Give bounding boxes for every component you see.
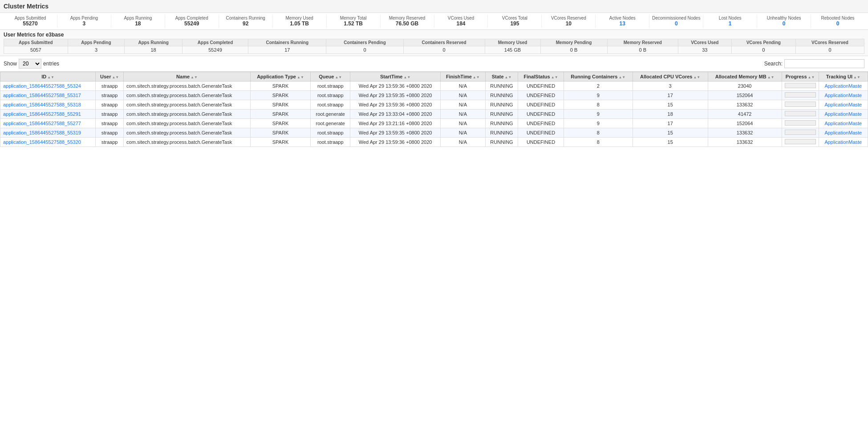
metric-value: 55249 [167,20,217,27]
table-header[interactable]: State▲▼ [485,72,518,81]
sort-icon: ▲▼ [191,75,198,79]
tracking-ui-link[interactable]: ApplicationMaste [824,111,862,117]
tracking-ui-link[interactable]: ApplicationMaste [824,139,862,145]
table-header[interactable]: FinishTime▲▼ [440,72,485,81]
app-name-cell: com.sitech.strategy.process.batch.Genera… [124,100,251,110]
app-id-link[interactable]: application_1586445527588_55320 [3,139,81,145]
table-controls: Show 20 50 100 entries Search: [0,56,868,72]
tracking-ui-link[interactable]: ApplicationMaste [824,102,862,107]
user-metrics-value: 33 [678,46,731,54]
metric-value: 10 [544,20,593,27]
user-metrics-header: VCores Used [678,39,731,46]
app-finishtime-cell: N/A [440,138,485,147]
app-id-link[interactable]: application_1586445527588_55277 [3,121,81,126]
metric-value[interactable]: 1 [705,20,755,27]
app-tracking-ui-cell[interactable]: ApplicationMaste [819,110,868,119]
app-tracking-ui-cell[interactable]: ApplicationMaste [819,81,868,91]
sort-icon: ▲▼ [47,75,54,79]
app-tracking-ui-cell[interactable]: ApplicationMaste [819,100,868,110]
sort-icon: ▲▼ [403,75,410,79]
metric-cell: Rebooted Nodes0 [811,15,864,28]
metric-label: VCores Total [490,16,539,20]
table-header[interactable]: Progress▲▼ [782,72,819,81]
app-id-link[interactable]: application_1586445527588_55324 [3,83,81,89]
user-metrics-header: Apps Submitted [4,39,68,46]
user-metrics-title: User Metrics for e3base [4,32,864,38]
user-metrics-header: Apps Running [125,39,183,46]
table-header[interactable]: Queue▲▼ [311,72,350,81]
app-id-cell[interactable]: application_1586445527588_55317 [0,91,96,100]
app-user-cell: straapp [96,91,124,100]
app-id-link[interactable]: application_1586445527588_55318 [3,102,81,107]
app-id-cell[interactable]: application_1586445527588_55319 [0,128,96,138]
tracking-ui-link[interactable]: ApplicationMaste [824,93,862,98]
metric-label: VCores Used [436,16,486,20]
entries-select[interactable]: 20 50 100 [19,59,41,69]
app-id-link[interactable]: application_1586445527588_55291 [3,111,81,117]
metric-cell: Memory Reserved76.50 GB [381,15,434,28]
app-allocated-memory-cell: 152064 [708,119,782,128]
metric-value[interactable]: 0 [813,20,863,27]
app-queue-cell: root.straapp [311,128,350,138]
metric-value[interactable]: 0 [651,20,701,27]
app-running-containers-cell: 8 [564,100,633,110]
app-id-link[interactable]: application_1586445527588_55317 [3,93,81,98]
user-metrics-header: Memory Pending [540,39,607,46]
table-row: application_1586445527588_55320straappco… [0,138,868,147]
metric-cell: Apps Completed55249 [165,15,219,28]
tracking-ui-link[interactable]: ApplicationMaste [824,83,862,89]
app-name-cell: com.sitech.strategy.process.batch.Genera… [124,110,251,119]
tracking-ui-link[interactable]: ApplicationMaste [824,130,862,135]
app-tracking-ui-cell[interactable]: ApplicationMaste [819,91,868,100]
app-starttime-cell: Wed Apr 29 13:59:35 +0800 2020 [350,91,440,100]
app-finalstatus-cell: UNDEFINED [518,91,564,100]
tracking-ui-link[interactable]: ApplicationMaste [824,121,862,126]
metric-value[interactable]: 0 [759,20,809,27]
app-name-cell: com.sitech.strategy.process.batch.Genera… [124,91,251,100]
metric-value[interactable]: 13 [597,20,647,27]
progress-bar-outer [785,102,816,107]
app-queue-cell: root.straapp [311,100,350,110]
app-id-cell[interactable]: application_1586445527588_55318 [0,100,96,110]
table-header[interactable]: Application Type▲▼ [250,72,310,81]
progress-bar-outer [785,83,816,88]
app-id-cell[interactable]: application_1586445527588_55320 [0,138,96,147]
table-header[interactable]: User▲▼ [96,72,124,81]
app-id-cell[interactable]: application_1586445527588_55291 [0,110,96,119]
table-header[interactable]: ID▲▼ [0,72,96,81]
app-state-cell: RUNNING [485,91,518,100]
table-header[interactable]: StartTime▲▼ [350,72,440,81]
app-progress-cell [782,128,819,138]
app-state-cell: RUNNING [485,110,518,119]
app-type-cell: SPARK [250,110,310,119]
table-header[interactable]: Running Containers▲▼ [564,72,633,81]
app-progress-cell [782,138,819,147]
user-metrics-header: Containers Running [248,39,326,46]
app-progress-cell [782,100,819,110]
table-header[interactable]: FinalStatus▲▼ [518,72,564,81]
user-metrics-value: 17 [248,46,326,54]
table-header[interactable]: Tracking UI▲▼ [819,72,868,81]
sort-icon: ▲▼ [551,75,558,79]
app-queue-cell: root.generate [311,119,350,128]
app-tracking-ui-cell[interactable]: ApplicationMaste [819,119,868,128]
app-progress-cell [782,91,819,100]
app-tracking-ui-cell[interactable]: ApplicationMaste [819,138,868,147]
user-metrics-value: 3 [68,46,125,54]
app-state-cell: RUNNING [485,100,518,110]
user-metrics-value: 0 [403,46,485,54]
app-id-cell[interactable]: application_1586445527588_55277 [0,119,96,128]
app-id-link[interactable]: application_1586445527588_55319 [3,130,81,135]
progress-bar-outer [785,130,816,135]
table-header[interactable]: Allocated Memory MB▲▼ [708,72,782,81]
app-tracking-ui-cell[interactable]: ApplicationMaste [819,128,868,138]
progress-bar-outer [785,139,816,144]
search-box: Search: [764,59,864,68]
app-user-cell: straapp [96,81,124,91]
table-header[interactable]: Allocated CPU VCores▲▼ [633,72,708,81]
search-input[interactable] [784,59,864,68]
progress-bar-outer [785,120,816,126]
show-label: Show [4,61,17,67]
app-id-cell[interactable]: application_1586445527588_55324 [0,81,96,91]
table-header[interactable]: Name▲▼ [124,72,251,81]
